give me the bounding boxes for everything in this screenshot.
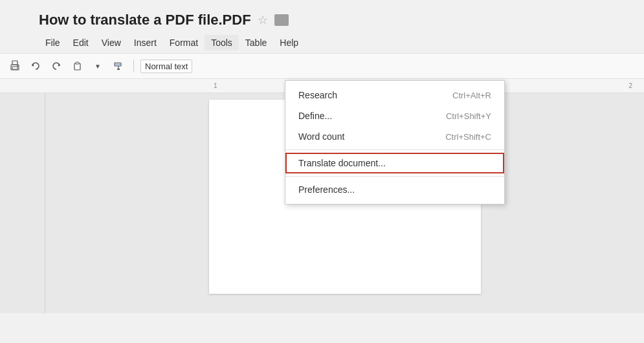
clipboard-icon <box>72 61 82 71</box>
toolbar-separator <box>133 60 134 72</box>
menu-bar: File Edit View Insert Format Tools Table… <box>0 32 644 53</box>
menu-item-word-count[interactable]: Word count Ctrl+Shift+C <box>285 126 504 147</box>
redo-button[interactable] <box>48 58 65 74</box>
folder-icon[interactable] <box>274 14 289 26</box>
word-count-label: Word count <box>298 131 344 142</box>
menu-item-help[interactable]: Help <box>273 35 305 50</box>
paint-roller-button[interactable] <box>110 58 127 74</box>
undo-icon <box>30 61 41 71</box>
menu-item-translate-document[interactable]: Translate document... <box>285 153 504 173</box>
clipboard-button[interactable] <box>69 58 85 74</box>
svg-rect-2 <box>12 67 17 69</box>
translate-document-label: Translate document... <box>298 158 386 168</box>
ruler-number-1: 1 <box>214 82 217 89</box>
menu-item-preferences[interactable]: Preferences... <box>285 179 504 200</box>
print-icon <box>9 60 21 72</box>
paint-roller-icon <box>113 61 124 71</box>
svg-rect-7 <box>76 62 79 64</box>
define-shortcut: Ctrl+Shift+Y <box>446 111 491 121</box>
ruler-number-2: 2 <box>628 82 632 89</box>
svg-rect-1 <box>12 61 17 65</box>
document-title: How to translate a PDF file.PDF <box>39 12 251 28</box>
menu-item-table[interactable]: Table <box>239 35 273 50</box>
star-icon[interactable]: ☆ <box>258 13 268 27</box>
menu-item-define[interactable]: Define... Ctrl+Shift+Y <box>285 105 504 126</box>
style-label: Normal text <box>145 61 188 71</box>
svg-rect-9 <box>115 63 120 65</box>
menu-item-edit[interactable]: Edit <box>67 35 95 50</box>
menu-item-format[interactable]: Format <box>163 35 205 50</box>
dropdown-divider-1 <box>285 149 504 150</box>
preferences-label: Preferences... <box>298 184 355 195</box>
paint-format-dropdown-button[interactable]: ▼ <box>89 58 106 74</box>
menu-item-research[interactable]: Research Ctrl+Alt+R <box>285 85 504 105</box>
left-panel <box>0 93 45 313</box>
research-shortcut: Ctrl+Alt+R <box>452 91 491 100</box>
menu-item-tools[interactable]: Tools <box>205 35 239 50</box>
print-button[interactable] <box>6 58 23 74</box>
word-count-shortcut: Ctrl+Shift+C <box>445 132 491 142</box>
research-label: Research <box>298 90 337 100</box>
style-dropdown[interactable]: Normal text <box>140 60 192 73</box>
title-bar: How to translate a PDF file.PDF ☆ <box>0 0 644 32</box>
menu-item-file[interactable]: File <box>39 35 67 50</box>
svg-point-3 <box>17 65 18 67</box>
define-label: Define... <box>298 111 332 121</box>
undo-button[interactable] <box>27 58 44 74</box>
menu-item-insert[interactable]: Insert <box>128 35 163 50</box>
svg-rect-11 <box>117 69 120 70</box>
tools-dropdown-menu: Research Ctrl+Alt+R Define... Ctrl+Shift… <box>285 80 505 205</box>
menu-item-view[interactable]: View <box>95 35 128 50</box>
toolbar: ▼ Normal text <box>0 53 644 79</box>
dropdown-divider-2 <box>285 176 504 177</box>
redo-icon <box>51 61 61 71</box>
